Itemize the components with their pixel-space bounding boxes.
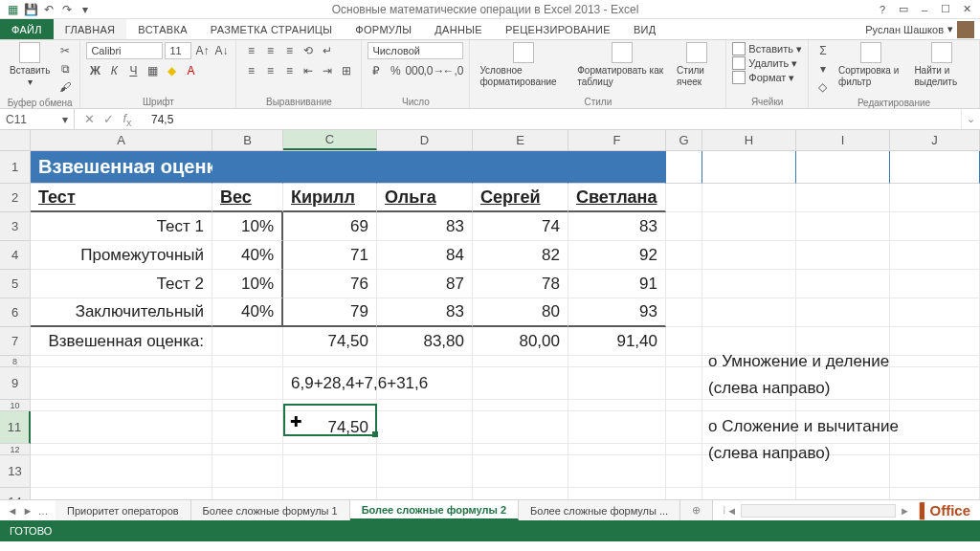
- align-left-icon[interactable]: ≡: [242, 62, 259, 79]
- sheet-tab-2[interactable]: Более сложные формулы 1: [191, 500, 350, 520]
- wrap-text-icon[interactable]: ↵: [319, 42, 336, 59]
- cell-C11[interactable]: 74,50: [283, 411, 377, 444]
- decrease-decimal-icon[interactable]: ←,0: [444, 62, 461, 79]
- help-icon[interactable]: ?: [873, 1, 892, 18]
- cancel-formula-icon[interactable]: ✕: [82, 112, 96, 126]
- sheet-tab-1[interactable]: Приоритет операторов: [56, 500, 191, 520]
- cell-B2[interactable]: Вес: [212, 184, 283, 212]
- new-sheet-button[interactable]: ⊕: [680, 500, 713, 520]
- delete-cells-button[interactable]: Удалить ▾: [732, 56, 802, 70]
- formula-input[interactable]: 74,5: [142, 109, 961, 129]
- align-bottom-icon[interactable]: ≡: [280, 42, 298, 59]
- format-as-table-button[interactable]: Форматировать как таблицу: [573, 42, 670, 87]
- sheet-tab-3[interactable]: Более сложные формулы 2: [350, 500, 519, 520]
- fill-color-icon[interactable]: ◆: [163, 62, 180, 79]
- cut-icon[interactable]: ✂: [56, 42, 74, 59]
- find-select-button[interactable]: Найти и выделить: [910, 42, 973, 87]
- cell-A2[interactable]: Тест: [31, 184, 212, 212]
- tab-review[interactable]: РЕЦЕНЗИРОВАНИЕ: [494, 19, 622, 39]
- italic-button[interactable]: К: [105, 62, 122, 79]
- cell-E2[interactable]: Сергей: [473, 184, 568, 212]
- col-E[interactable]: E: [473, 130, 568, 150]
- scroll-right-icon[interactable]: ►: [900, 505, 910, 517]
- align-top-icon[interactable]: ≡: [242, 42, 259, 59]
- cell-styles-button[interactable]: Стили ячеек: [673, 42, 720, 87]
- autosum-icon[interactable]: Σ: [814, 42, 832, 59]
- maximize-icon[interactable]: ☐: [936, 1, 955, 18]
- col-A[interactable]: A: [31, 130, 212, 150]
- horizontal-scrollbar[interactable]: [741, 504, 896, 518]
- save-icon[interactable]: 💾: [22, 1, 39, 18]
- insert-cells-button[interactable]: Вставить ▾: [732, 42, 802, 55]
- border-icon[interactable]: ▦: [144, 62, 161, 79]
- cell-F2[interactable]: Светлана: [568, 184, 666, 212]
- font-color-icon[interactable]: A: [182, 62, 199, 79]
- sheet-nav-more-icon[interactable]: …: [36, 505, 50, 517]
- tab-insert[interactable]: ВСТАВКА: [126, 19, 198, 39]
- col-J[interactable]: J: [890, 130, 980, 150]
- copy-icon[interactable]: ⧉: [56, 60, 74, 77]
- sort-filter-button[interactable]: Сортировка и фильтр: [835, 42, 907, 87]
- tab-home[interactable]: ГЛАВНАЯ: [54, 19, 127, 39]
- increase-decimal-icon[interactable]: ,0→: [425, 62, 442, 79]
- underline-button[interactable]: Ч: [124, 62, 142, 79]
- fill-icon[interactable]: ▾: [814, 60, 832, 77]
- fx-icon[interactable]: fx: [121, 111, 134, 128]
- minimize-icon[interactable]: –: [915, 1, 934, 18]
- conditional-formatting-button[interactable]: Условное форматирование: [476, 42, 570, 87]
- col-G[interactable]: G: [666, 130, 702, 150]
- user-account[interactable]: Руслан Шашков ▾: [865, 19, 980, 39]
- redo-icon[interactable]: ↷: [58, 1, 76, 18]
- number-format-select[interactable]: Числовой: [368, 42, 463, 59]
- merge-icon[interactable]: ⊞: [338, 62, 355, 79]
- undo-icon[interactable]: ↶: [40, 1, 57, 18]
- cell-D2[interactable]: Ольга: [377, 184, 473, 212]
- close-icon[interactable]: ✕: [957, 1, 976, 18]
- align-right-icon[interactable]: ≡: [280, 62, 298, 79]
- clear-icon[interactable]: ◇: [814, 78, 832, 96]
- col-H[interactable]: H: [702, 130, 796, 150]
- col-I[interactable]: I: [796, 130, 890, 150]
- tab-file[interactable]: ФАЙЛ: [0, 19, 54, 39]
- font-size-select[interactable]: 11: [165, 42, 191, 59]
- paste-button[interactable]: Вставить▾: [6, 42, 54, 87]
- scroll-left-icon[interactable]: ◄: [726, 505, 737, 517]
- tab-view[interactable]: ВИД: [622, 19, 668, 39]
- select-all-corner[interactable]: [0, 130, 31, 151]
- format-painter-icon[interactable]: 🖌: [56, 78, 74, 96]
- align-middle-icon[interactable]: ≡: [261, 42, 278, 59]
- sheet-nav-next-icon[interactable]: ►: [21, 505, 34, 517]
- align-center-icon[interactable]: ≡: [261, 62, 278, 79]
- worksheet-grid[interactable]: A B C D E F G H I J 1 Взвешенная оценка …: [0, 130, 980, 499]
- col-F[interactable]: F: [568, 130, 666, 150]
- col-C[interactable]: C: [283, 130, 377, 150]
- tab-formulas[interactable]: ФОРМУЛЫ: [344, 19, 423, 39]
- format-cells-button[interactable]: Формат ▾: [732, 71, 802, 84]
- increase-indent-icon[interactable]: ⇥: [319, 62, 336, 79]
- grow-font-icon[interactable]: A↑: [193, 42, 211, 59]
- percent-icon[interactable]: %: [387, 62, 404, 79]
- enter-formula-icon[interactable]: ✓: [101, 112, 115, 126]
- note-line-2b: (слева направо): [708, 444, 830, 463]
- bold-button[interactable]: Ж: [86, 62, 103, 79]
- orientation-icon[interactable]: ⟲: [300, 42, 317, 59]
- font-name-select[interactable]: Calibri: [86, 42, 163, 59]
- expand-formula-bar-icon[interactable]: ⌄: [961, 109, 980, 129]
- comma-icon[interactable]: 000: [406, 62, 423, 79]
- ribbon-options-icon[interactable]: ▭: [894, 1, 913, 18]
- sheet-tab-4[interactable]: Более сложные формулы ...: [519, 500, 680, 520]
- qat-customize-icon[interactable]: ▾: [77, 1, 94, 18]
- shrink-font-icon[interactable]: A↓: [212, 42, 230, 59]
- tab-page-layout[interactable]: РАЗМЕТКА СТРАНИЦЫ: [199, 19, 345, 39]
- name-box[interactable]: C11▾: [0, 109, 75, 129]
- cell-C9[interactable]: 6,9+28,4+7,6+31,6: [283, 367, 377, 400]
- formula-bar: C11▾ ✕ ✓ fx 74,5 ⌄: [0, 109, 980, 130]
- col-D[interactable]: D: [377, 130, 473, 150]
- tab-data[interactable]: ДАННЫЕ: [423, 19, 494, 39]
- decrease-indent-icon[interactable]: ⇤: [300, 62, 317, 79]
- col-B[interactable]: B: [212, 130, 283, 150]
- currency-icon[interactable]: ₽: [368, 62, 385, 79]
- cell-C2[interactable]: Кирилл: [283, 184, 377, 212]
- sheet-nav-prev-icon[interactable]: ◄: [6, 505, 19, 517]
- cell-A1[interactable]: Взвешенная оценка: [31, 151, 212, 184]
